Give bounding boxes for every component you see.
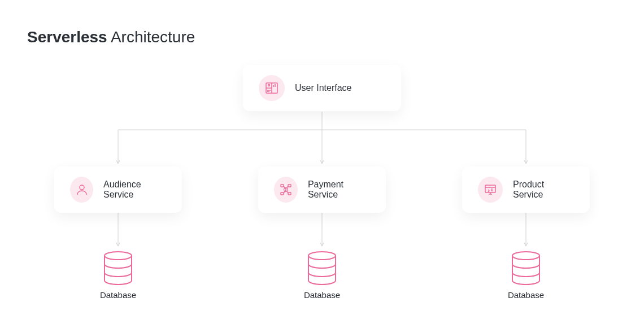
svg-line-22	[284, 186, 285, 188]
user-interface-label: User Interface	[295, 83, 351, 93]
product-icon	[478, 177, 503, 203]
svg-rect-26	[485, 185, 495, 192]
database-label-middle: Database	[294, 290, 350, 300]
svg-rect-21	[288, 192, 291, 195]
product-service-node: Product Service	[462, 167, 590, 213]
database-label-left: Database	[90, 290, 146, 300]
diagram-title: Serverless Architecture	[27, 28, 195, 46]
svg-point-32	[512, 252, 539, 260]
database-icon	[103, 251, 133, 288]
svg-line-25	[287, 191, 288, 194]
svg-point-31	[308, 252, 336, 260]
database-label-right: Database	[498, 290, 554, 300]
dashboard-icon	[259, 75, 285, 101]
audience-service-node: Audience Service	[54, 167, 182, 213]
svg-line-23	[287, 186, 288, 188]
svg-rect-20	[281, 192, 284, 195]
audience-service-label: Audience Service	[103, 179, 166, 200]
payment-service-label: Payment Service	[308, 179, 370, 200]
svg-point-13	[268, 85, 270, 86]
database-icon	[307, 251, 337, 288]
svg-rect-19	[288, 185, 291, 187]
payment-icon	[274, 177, 298, 203]
product-service-label: Product Service	[513, 179, 574, 200]
svg-point-30	[105, 252, 132, 260]
user-interface-node: User Interface	[243, 65, 401, 111]
user-icon	[70, 177, 93, 203]
title-bold: Serverless	[27, 28, 107, 46]
svg-line-24	[284, 191, 285, 194]
svg-rect-18	[281, 185, 284, 187]
svg-point-16	[80, 185, 84, 190]
title-light: Architecture	[111, 28, 195, 46]
payment-service-node: Payment Service	[258, 167, 386, 213]
database-icon	[511, 251, 541, 288]
